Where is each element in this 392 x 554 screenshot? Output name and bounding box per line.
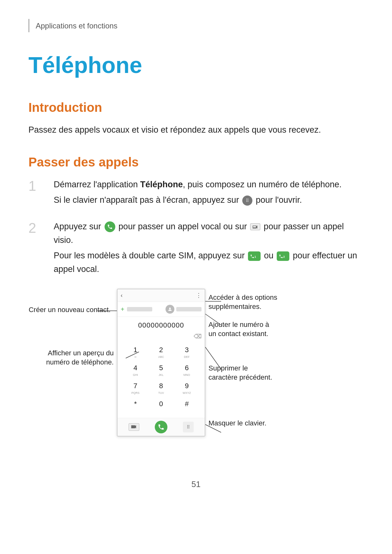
key-4: 4GHI bbox=[123, 361, 148, 377]
step-2-main: Appuyez sur pour passer un appel vocal o… bbox=[54, 220, 364, 247]
steps-section: 1 Démarrez l'application Téléphone, puis… bbox=[28, 178, 364, 279]
breadcrumb-text: Applications et fonctions bbox=[36, 21, 118, 30]
step-1-sub: Si le clavier n'apparaît pas à l'écran, … bbox=[54, 193, 364, 207]
annotation-create-contact: Créer un nouveau contact. bbox=[28, 305, 111, 315]
contact-avatar bbox=[166, 305, 174, 314]
phone-screen: ‹ ⋮ + 00000000000 ⌫ 1∞ 2ABC bbox=[117, 289, 205, 437]
step-1: 1 Démarrez l'application Téléphone, puis… bbox=[28, 178, 364, 210]
annotation-delete-char: Supprimer le caractère précédent. bbox=[208, 364, 278, 382]
svg-text:2: 2 bbox=[283, 255, 285, 258]
breadcrumb: Applications et fonctions bbox=[28, 19, 364, 32]
phone-number-display: 00000000000 bbox=[118, 317, 205, 332]
intro-text: Passez des appels vocaux et visio et rép… bbox=[28, 123, 364, 137]
annotation-more-options: Accéder à des options supplémentaires. bbox=[208, 293, 278, 311]
keypad-row-1: 1∞ 2ABC 3DEF bbox=[123, 343, 200, 359]
phone-contact-right bbox=[166, 305, 202, 314]
keypad: 1∞ 2ABC 3DEF 4GHI 5JKL 6MNO 7PQRS 8TUV 9… bbox=[118, 342, 205, 418]
diagram-section: ‹ ⋮ + 00000000000 ⌫ 1∞ 2ABC bbox=[28, 289, 364, 453]
back-arrow-icon: ‹ bbox=[121, 291, 123, 300]
phone-contact-left: + bbox=[121, 304, 152, 314]
key-3: 3DEF bbox=[174, 343, 200, 359]
svg-point-2 bbox=[169, 308, 171, 309]
key-hash: # bbox=[174, 397, 200, 413]
step-2: 2 Appuyez sur pour passer un appel vocal… bbox=[28, 220, 364, 280]
key-9: 9WXYZ bbox=[174, 379, 200, 395]
intro-section-title: Introduction bbox=[28, 98, 364, 117]
annotation-hide-keypad: Masquer le clavier. bbox=[208, 419, 272, 428]
delete-row: ⌫ bbox=[118, 332, 205, 342]
video-call-button bbox=[129, 423, 139, 431]
grid-dots-icon: ⠿ bbox=[183, 422, 194, 432]
keypad-row-3: 7PQRS 8TUV 9WXYZ bbox=[123, 379, 200, 395]
video-call-icon bbox=[250, 223, 260, 230]
key-1: 1∞ bbox=[123, 343, 148, 359]
add-contact-icon: + bbox=[121, 304, 124, 314]
page-title: Téléphone bbox=[28, 48, 364, 82]
step-2-sub: Pour les modèles à double carte SIM, app… bbox=[54, 249, 364, 276]
passer-section-title: Passer des appels bbox=[28, 153, 364, 172]
key-star: * bbox=[123, 397, 148, 413]
contact-bar-2 bbox=[176, 307, 202, 311]
annotation-add-contact: Ajouter le numéro à un contact existant. bbox=[208, 320, 278, 338]
hide-keypad-button: ⠿ bbox=[183, 422, 194, 432]
call-button bbox=[155, 421, 167, 433]
step-2-content: Appuyez sur pour passer un appel vocal o… bbox=[54, 220, 364, 280]
sim2-call-icon: 2 bbox=[277, 251, 289, 261]
page-number: 51 bbox=[28, 478, 364, 491]
delete-char-icon: ⌫ bbox=[194, 332, 202, 341]
annotation-number-preview: Afficher un aperçu du numéro de téléphon… bbox=[28, 349, 114, 367]
contact-bar-1 bbox=[127, 307, 152, 311]
green-call-icon bbox=[155, 421, 167, 433]
key-5: 5JKL bbox=[148, 361, 174, 377]
step-1-main: Démarrez l'application Téléphone, puis c… bbox=[54, 178, 364, 191]
step-1-content: Démarrez l'application Téléphone, puis c… bbox=[54, 178, 364, 210]
key-6: 6MNO bbox=[174, 361, 200, 377]
more-options-icon: ⋮ bbox=[196, 291, 202, 300]
phone-call-icon bbox=[105, 221, 115, 232]
keypad-row-4: * 0 # bbox=[123, 397, 200, 413]
key-7: 7PQRS bbox=[123, 379, 148, 395]
svg-text:1: 1 bbox=[255, 255, 256, 258]
key-0: 0 bbox=[148, 397, 174, 413]
phone-contact-row: + bbox=[118, 302, 205, 317]
sim1-call-icon: 1 bbox=[248, 251, 261, 261]
step-1-number: 1 bbox=[28, 178, 47, 195]
keypad-row-2: 4GHI 5JKL 6MNO bbox=[123, 361, 200, 377]
grid-icon: ⠿ bbox=[242, 196, 252, 206]
phone-top-bar: ‹ ⋮ bbox=[118, 289, 205, 302]
step-2-number: 2 bbox=[28, 220, 47, 237]
key-2: 2ABC bbox=[148, 343, 174, 359]
video-icon bbox=[129, 423, 139, 431]
phone-bottom-bar: ⠿ bbox=[118, 418, 205, 436]
key-8: 8TUV bbox=[148, 379, 174, 395]
